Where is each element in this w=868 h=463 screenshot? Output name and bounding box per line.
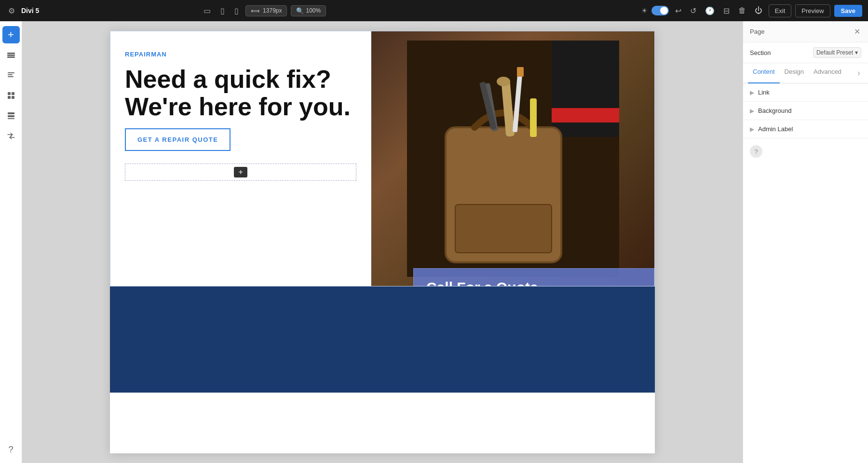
hero-label: REPAIRMAN [125, 51, 356, 58]
svg-rect-10 [8, 112, 14, 114]
panel-header-title: Page [750, 28, 764, 35]
accordion-admin-label: ▶ Admin Label [743, 120, 868, 138]
svg-rect-8 [8, 96, 11, 99]
undo-icon[interactable]: ↩ [673, 4, 684, 17]
dark-section [110, 286, 655, 393]
svg-rect-2 [7, 56, 15, 58]
svg-rect-12 [8, 118, 14, 119]
hero-section: REPAIRMAN Need a quick fix? We're here f… [110, 31, 655, 286]
accordion-background-header[interactable]: ▶ Background [743, 102, 868, 120]
text-icon[interactable] [2, 67, 20, 84]
topbar-right: ☀ ↩ ↺ 🕐 ⊟ 🗑 ⏻ Exit Preview Save [641, 4, 862, 17]
accordion-link-label: Link [758, 89, 770, 96]
power-icon[interactable]: ⏻ [752, 4, 765, 17]
quote-title: Call For a Quote [426, 279, 641, 286]
canvas-area[interactable]: REPAIRMAN Need a quick fix? We're here f… [22, 21, 743, 463]
preview-button[interactable]: Preview [795, 4, 830, 17]
layers-icon[interactable] [2, 46, 20, 64]
svg-rect-6 [8, 92, 11, 95]
gear-icon[interactable]: ⚙ [6, 4, 17, 17]
mobile-device-btn[interactable]: ▯ [231, 4, 242, 17]
history-icon[interactable]: 🕐 [703, 4, 717, 17]
add-row-button[interactable]: + [234, 167, 247, 177]
panel-tabs: Content Design Advanced › [743, 63, 868, 83]
exit-button[interactable]: Exit [769, 4, 792, 17]
left-sidebar: + ? [0, 21, 22, 463]
trash-icon[interactable]: 🗑 [736, 4, 748, 17]
panel-close-button[interactable]: ✕ [853, 27, 861, 36]
save-button[interactable]: Save [834, 5, 862, 17]
accordion-link: ▶ Link [743, 83, 868, 102]
accordion-background-arrow: ▶ [750, 108, 754, 114]
width-value: 1379px [263, 7, 282, 14]
main-layout: + ? REPAIRMAN Need a quick fix? We're [0, 21, 868, 463]
accordion-link-arrow: ▶ [750, 89, 754, 96]
svg-rect-25 [530, 98, 537, 137]
accordion-background-label: Background [758, 107, 791, 114]
panel-header: Page ✕ [743, 21, 868, 42]
preset-dropdown[interactable]: Default Preset ▾ [813, 47, 861, 58]
svg-rect-22 [517, 67, 524, 77]
grid-icon[interactable] [2, 87, 20, 104]
accordion-admin-label-arrow: ▶ [750, 126, 754, 133]
accordion-background: ▶ Background [743, 102, 868, 120]
layout-icon[interactable]: ⊟ [721, 4, 732, 17]
hero-add-row: + [125, 163, 356, 181]
tab-content[interactable]: Content [748, 63, 780, 83]
hero-right-column: Call For a Quote (255) 352-6258 Get a Fr… [371, 31, 654, 286]
topbar-left: ⚙ Divi 5 [6, 4, 39, 17]
svg-rect-5 [8, 76, 14, 77]
accordion-link-header[interactable]: ▶ Link [743, 83, 868, 101]
preset-label: Default Preset [816, 49, 853, 56]
help-button[interactable]: ? [750, 145, 762, 158]
tablet-device-btn[interactable]: ▯ [217, 4, 228, 17]
preset-dropdown-arrow: ▾ [855, 49, 858, 56]
panel-section-row: Section Default Preset ▾ [743, 42, 868, 63]
canvas-frame: REPAIRMAN Need a quick fix? We're here f… [110, 31, 655, 453]
tab-advanced[interactable]: Advanced [809, 63, 846, 83]
zoom-display[interactable]: 🔍 100% [291, 5, 326, 16]
svg-rect-15 [552, 108, 619, 123]
topbar-center: ▭ ▯ ▯ ⟺ 1379px 🔍 100% [201, 4, 326, 17]
svg-point-20 [497, 77, 510, 86]
hero-cta-button[interactable]: GET A REPAIR QUOTE [125, 128, 231, 151]
svg-rect-11 [8, 115, 14, 117]
svg-rect-1 [7, 54, 15, 56]
width-display[interactable]: ⟺ 1379px [245, 5, 287, 16]
zoom-value: 100% [306, 7, 321, 14]
svg-rect-4 [8, 74, 13, 75]
tab-more-arrow[interactable]: › [854, 63, 863, 83]
app-name: Divi 5 [21, 7, 39, 14]
add-icon[interactable]: + [2, 26, 20, 43]
swap-icon[interactable] [2, 127, 20, 145]
accordion-admin-label-header[interactable]: ▶ Admin Label [743, 120, 868, 138]
svg-rect-0 [7, 53, 15, 54]
topbar: ⚙ Divi 5 ▭ ▯ ▯ ⟺ 1379px 🔍 100% ☀ ↩ ↺ 🕐 ⊟… [0, 0, 868, 21]
redo-icon[interactable]: ↺ [688, 4, 699, 17]
hero-left-column: REPAIRMAN Need a quick fix? We're here f… [110, 31, 371, 286]
hero-title: Need a quick fix? We're here for you. [125, 66, 356, 121]
modules-icon[interactable] [2, 107, 20, 124]
section-label: Section [750, 49, 771, 56]
help-sidebar-icon[interactable]: ? [2, 441, 20, 458]
svg-rect-7 [12, 92, 14, 95]
tab-design[interactable]: Design [780, 63, 809, 83]
accordion-admin-label-label: Admin Label [758, 125, 793, 133]
right-panel: Page ✕ Section Default Preset ▾ Content … [743, 21, 868, 463]
svg-rect-9 [12, 96, 14, 99]
theme-toggle[interactable] [651, 6, 669, 15]
svg-rect-18 [455, 204, 552, 253]
svg-rect-3 [8, 72, 14, 73]
desktop-device-btn[interactable]: ▭ [201, 4, 214, 17]
hero-image [371, 31, 654, 286]
